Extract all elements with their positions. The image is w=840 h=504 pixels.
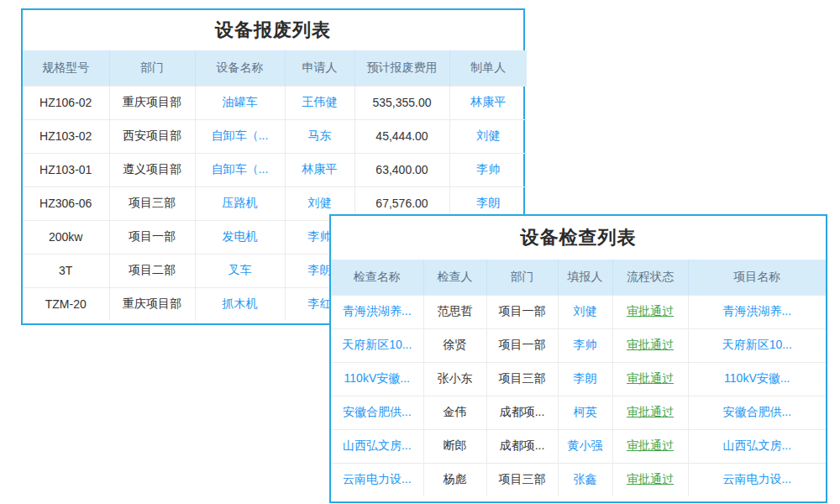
project-name-link[interactable]: 青海洪湖养... xyxy=(688,295,826,328)
column-header-equipment-name: 设备名称 xyxy=(195,50,285,86)
spec-model-cell: HZ103-01 xyxy=(23,153,109,186)
spec-model-cell: TZM-20 xyxy=(23,287,109,321)
inspection-list-title: 设备检查列表 xyxy=(331,216,826,260)
table-row: HZ106-02 重庆项目部 油罐车 王伟健 535,355.00 林康平 xyxy=(23,86,527,119)
filler-link[interactable]: 李帅 xyxy=(558,328,612,362)
equipment-name-link[interactable]: 叉车 xyxy=(195,254,285,287)
inspector-cell: 徐贤 xyxy=(423,328,486,362)
spec-model-cell: 200kw xyxy=(23,220,109,254)
estimated-cost-cell: 535,355.00 xyxy=(354,86,449,119)
spec-model-cell: HZ106-02 xyxy=(23,86,109,119)
column-header-department: 部门 xyxy=(486,260,558,295)
estimated-cost-cell: 63,400.00 xyxy=(354,153,449,186)
department-cell: 项目三部 xyxy=(109,186,195,220)
table-row: 山西弘文房... 断郎 成都项... 黄小强 审批通过 山西弘文房... xyxy=(331,429,826,463)
spec-model-cell: HZ306-06 xyxy=(23,186,109,220)
applicant-link[interactable]: 林康平 xyxy=(285,153,354,186)
table-row: 云南电力设... 杨彪 项目三部 张鑫 审批通过 云南电力设... xyxy=(331,463,826,496)
department-cell: 项目三部 xyxy=(486,463,558,496)
flow-status-link[interactable]: 审批通过 xyxy=(612,429,688,463)
flow-status-link[interactable]: 审批通过 xyxy=(612,463,688,496)
inspection-name-link[interactable]: 青海洪湖养... xyxy=(331,295,423,328)
table-row: 青海洪湖养... 范思哲 项目一部 刘健 审批通过 青海洪湖养... xyxy=(331,295,826,328)
creator-link[interactable]: 李帅 xyxy=(449,153,527,186)
department-cell: 项目三部 xyxy=(486,362,558,396)
department-cell: 成都项... xyxy=(486,396,558,429)
scrap-header-row: 规格型号 部门 设备名称 申请人 预计报废费用 制单人 xyxy=(23,50,527,86)
equipment-name-link[interactable]: 抓木机 xyxy=(195,287,285,321)
flow-status-link[interactable]: 审批通过 xyxy=(612,362,688,396)
inspection-list-table: 检查名称 检查人 部门 填报人 流程状态 项目名称 青海洪湖养... 范思哲 项… xyxy=(331,260,826,496)
equipment-name-link[interactable]: 压路机 xyxy=(195,186,285,220)
column-header-creator: 制单人 xyxy=(449,50,527,86)
scrap-list-title: 设备报废列表 xyxy=(23,10,523,50)
spec-model-cell: 3T xyxy=(23,254,109,287)
department-cell: 重庆项目部 xyxy=(109,287,195,321)
inspector-cell: 断郎 xyxy=(423,429,486,463)
inspection-name-link[interactable]: 天府新区10... xyxy=(331,328,423,362)
inspection-name-link[interactable]: 安徽合肥供... xyxy=(331,396,423,429)
inspection-list-card: 设备检查列表 检查名称 检查人 部门 填报人 流程状态 项目名称 青海洪湖养..… xyxy=(329,214,827,503)
filler-link[interactable]: 李朗 xyxy=(558,362,612,396)
flow-status-link[interactable]: 审批通过 xyxy=(612,328,688,362)
inspection-name-link[interactable]: 山西弘文房... xyxy=(331,429,423,463)
equipment-name-link[interactable]: 自卸车（... xyxy=(195,153,285,186)
inspector-cell: 范思哲 xyxy=(423,295,486,328)
inspector-cell: 金伟 xyxy=(423,396,486,429)
project-name-link[interactable]: 山西弘文房... xyxy=(688,429,826,463)
table-row: 安徽合肥供... 金伟 成都项... 柯英 审批通过 安徽合肥供... xyxy=(331,396,826,429)
inspection-name-link[interactable]: 云南电力设... xyxy=(331,463,423,496)
column-header-inspector: 检查人 xyxy=(423,260,486,295)
column-header-department: 部门 xyxy=(109,50,195,86)
column-header-project-name: 项目名称 xyxy=(688,260,826,295)
table-row: HZ103-02 西安项目部 自卸车（... 马东 45,444.00 刘健 xyxy=(23,119,527,153)
inspection-name-link[interactable]: 110kV安徽... xyxy=(331,362,423,396)
filler-link[interactable]: 刘健 xyxy=(558,295,612,328)
column-header-filler: 填报人 xyxy=(558,260,612,295)
column-header-estimated-cost: 预计报废费用 xyxy=(354,50,449,86)
column-header-spec-model: 规格型号 xyxy=(23,50,109,86)
applicant-link[interactable]: 王伟健 xyxy=(285,86,354,119)
department-cell: 项目二部 xyxy=(109,254,195,287)
table-row: 天府新区10... 徐贤 项目一部 李帅 审批通过 天府新区10... xyxy=(331,328,826,362)
department-cell: 项目一部 xyxy=(486,328,558,362)
column-header-inspection-name: 检查名称 xyxy=(331,260,423,295)
flow-status-link[interactable]: 审批通过 xyxy=(612,396,688,429)
project-name-link[interactable]: 安徽合肥供... xyxy=(688,396,826,429)
column-header-applicant: 申请人 xyxy=(285,50,354,86)
filler-link[interactable]: 柯英 xyxy=(558,396,612,429)
filler-link[interactable]: 黄小强 xyxy=(558,429,612,463)
spec-model-cell: HZ103-02 xyxy=(23,119,109,153)
creator-link[interactable]: 刘健 xyxy=(449,119,527,153)
table-row: HZ103-01 遵义项目部 自卸车（... 林康平 63,400.00 李帅 xyxy=(23,153,527,186)
inspection-header-row: 检查名称 检查人 部门 填报人 流程状态 项目名称 xyxy=(331,260,826,295)
inspector-cell: 杨彪 xyxy=(423,463,486,496)
project-name-link[interactable]: 天府新区10... xyxy=(688,328,826,362)
applicant-link[interactable]: 马东 xyxy=(285,119,354,153)
inspector-cell: 张小东 xyxy=(423,362,486,396)
equipment-name-link[interactable]: 自卸车（... xyxy=(195,119,285,153)
filler-link[interactable]: 张鑫 xyxy=(558,463,612,496)
flow-status-link[interactable]: 审批通过 xyxy=(612,295,688,328)
equipment-name-link[interactable]: 油罐车 xyxy=(195,86,285,119)
department-cell: 重庆项目部 xyxy=(109,86,195,119)
project-name-link[interactable]: 云南电力设... xyxy=(688,463,826,496)
department-cell: 项目一部 xyxy=(109,220,195,254)
estimated-cost-cell: 45,444.00 xyxy=(354,119,449,153)
project-name-link[interactable]: 110kV安徽... xyxy=(688,362,826,396)
department-cell: 遵义项目部 xyxy=(109,153,195,186)
creator-link[interactable]: 林康平 xyxy=(449,86,527,119)
column-header-flow-status: 流程状态 xyxy=(612,260,688,295)
department-cell: 成都项... xyxy=(486,429,558,463)
department-cell: 西安项目部 xyxy=(109,119,195,153)
equipment-name-link[interactable]: 发电机 xyxy=(195,220,285,254)
table-row: 110kV安徽... 张小东 项目三部 李朗 审批通过 110kV安徽... xyxy=(331,362,826,396)
department-cell: 项目一部 xyxy=(486,295,558,328)
